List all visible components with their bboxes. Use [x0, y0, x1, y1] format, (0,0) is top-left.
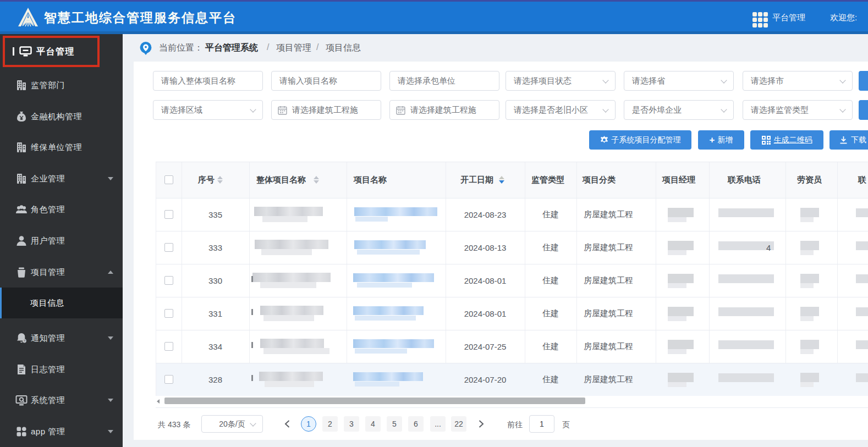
svg-text:?: ? — [24, 339, 25, 343]
